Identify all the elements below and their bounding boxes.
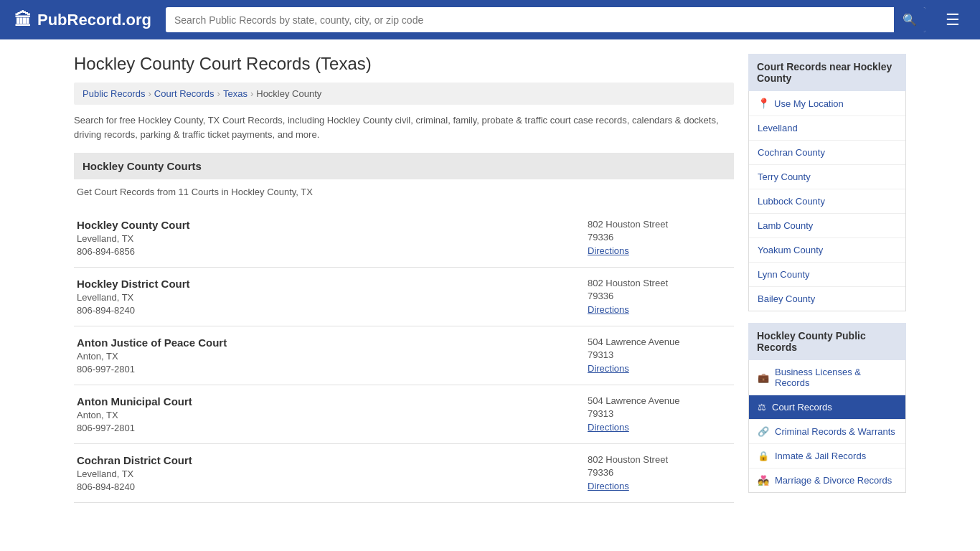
pub-record-icon: 💼 <box>758 372 769 383</box>
nearby-title: Court Records near Hockley County <box>748 54 906 91</box>
breadcrumb-sep-2: › <box>217 88 220 99</box>
directions-link[interactable]: Directions <box>588 481 629 491</box>
nearby-county-link[interactable]: Lamb County <box>758 220 813 231</box>
address-street: 802 Houston Street <box>588 219 731 230</box>
court-phone: 806-894-8240 <box>77 305 190 316</box>
court-entry: Hockley District Court Levelland, TX 806… <box>74 268 734 326</box>
pub-record-link[interactable]: Court Records <box>772 402 832 413</box>
search-button[interactable]: 🔍 <box>894 7 925 32</box>
public-record-item[interactable]: 🔒Inmate & Jail Records <box>749 444 905 468</box>
menu-button[interactable]: ☰ <box>940 8 966 32</box>
nearby-county-item[interactable]: Terry County <box>749 165 905 189</box>
breadcrumb-sep-3: › <box>250 88 253 99</box>
directions-link[interactable]: Directions <box>588 304 629 315</box>
breadcrumb-sep-1: › <box>148 88 151 99</box>
public-records-items: 💼Business Licenses & Records⚖Court Recor… <box>749 360 905 492</box>
page-title: Hockley County Court Records (Texas) <box>74 54 734 74</box>
court-name: Hockley County Court <box>77 219 190 231</box>
court-phone: 806-997-2801 <box>77 364 227 375</box>
address-zip: 79336 <box>588 232 731 242</box>
court-address: 802 Houston Street 79336 Directions <box>588 278 731 316</box>
nearby-county-item[interactable]: Lamb County <box>749 214 905 238</box>
court-phone: 806-894-6856 <box>77 246 190 257</box>
courts-list: Hockley County Court Levelland, TX 806-8… <box>74 209 734 503</box>
pub-record-icon: 🔒 <box>758 451 769 461</box>
breadcrumb-texas[interactable]: Texas <box>223 88 248 99</box>
nearby-county-link[interactable]: Yoakum County <box>758 245 823 255</box>
address-street: 802 Houston Street <box>588 454 731 465</box>
pub-record-icon: 💑 <box>758 475 769 486</box>
public-records-title: Hockley County Public Records <box>748 323 906 360</box>
court-location: Anton, TX <box>77 410 192 420</box>
directions-link[interactable]: Directions <box>588 363 629 374</box>
search-bar: 🔍 <box>166 7 925 32</box>
pub-record-icon: 🔗 <box>758 426 769 437</box>
address-zip: 79336 <box>588 291 731 301</box>
address-zip: 79313 <box>588 408 731 419</box>
court-location: Levelland, TX <box>77 468 192 479</box>
nearby-county-link[interactable]: Levelland <box>758 123 798 133</box>
pub-record-link[interactable]: Business Licenses & Records <box>775 367 897 388</box>
breadcrumb-hockley: Hockley County <box>256 88 321 99</box>
directions-link[interactable]: Directions <box>588 422 629 433</box>
court-address: 802 Houston Street 79336 Directions <box>588 454 731 492</box>
address-street: 802 Houston Street <box>588 278 731 288</box>
court-info: Hockley County Court Levelland, TX 806-8… <box>77 219 190 257</box>
address-street: 504 Lawrence Avenue <box>588 336 731 347</box>
search-input[interactable] <box>166 9 894 32</box>
court-name: Hockley District Court <box>77 278 190 290</box>
court-address: 802 Houston Street 79336 Directions <box>588 219 731 257</box>
hamburger-icon: ☰ <box>946 11 960 29</box>
public-records-list: 💼Business Licenses & Records⚖Court Recor… <box>748 360 906 493</box>
main-container: Hockley County Court Records (Texas) Pub… <box>60 39 920 517</box>
site-header: 🏛 PubRecord.org 🔍 ☰ <box>0 0 980 39</box>
nearby-county-item[interactable]: Lubbock County <box>749 189 905 214</box>
court-phone: 806-997-2801 <box>77 423 192 433</box>
nearby-county-item[interactable]: Yoakum County <box>749 238 905 263</box>
breadcrumb-public-records[interactable]: Public Records <box>83 88 145 99</box>
directions-link[interactable]: Directions <box>588 245 629 256</box>
content-area: Hockley County Court Records (Texas) Pub… <box>74 54 734 503</box>
nearby-county-item[interactable]: Bailey County <box>749 287 905 311</box>
logo-text: PubRecord.org <box>37 11 151 29</box>
nearby-county-link[interactable]: Lynn County <box>758 269 810 280</box>
pub-record-icon: ⚖ <box>758 402 766 413</box>
public-record-item[interactable]: 💑Marriage & Divorce Records <box>749 468 905 492</box>
breadcrumb-court-records[interactable]: Court Records <box>154 88 215 99</box>
pub-record-link[interactable]: Inmate & Jail Records <box>775 451 866 461</box>
address-zip: 79336 <box>588 467 731 478</box>
court-location: Anton, TX <box>77 351 227 362</box>
court-entry: Cochran District Court Levelland, TX 806… <box>74 444 734 503</box>
address-street: 504 Lawrence Avenue <box>588 395 731 406</box>
use-location-item[interactable]: 📍 Use My Location <box>749 91 905 116</box>
sidebar: Court Records near Hockley County 📍 Use … <box>748 54 906 503</box>
logo-icon: 🏛 <box>14 10 32 30</box>
public-record-item[interactable]: ⚖Court Records <box>749 395 905 420</box>
court-location: Levelland, TX <box>77 233 190 244</box>
court-info: Anton Justice of Peace Court Anton, TX 8… <box>77 336 227 375</box>
public-record-item[interactable]: 🔗Criminal Records & Warrants <box>749 420 905 444</box>
pub-record-link[interactable]: Criminal Records & Warrants <box>775 426 895 437</box>
court-name: Cochran District Court <box>77 454 192 466</box>
address-zip: 79313 <box>588 349 731 360</box>
nearby-county-link[interactable]: Terry County <box>758 171 811 182</box>
page-description: Search for free Hockley County, TX Court… <box>74 113 734 141</box>
use-location-link[interactable]: Use My Location <box>774 98 844 109</box>
court-name: Anton Justice of Peace Court <box>77 336 227 349</box>
nearby-county-link[interactable]: Cochran County <box>758 147 825 158</box>
nearby-county-item[interactable]: Levelland <box>749 116 905 141</box>
nearby-county-item[interactable]: Cochran County <box>749 141 905 165</box>
public-record-item[interactable]: 💼Business Licenses & Records <box>749 360 905 395</box>
section-header: Hockley County Courts <box>74 153 734 179</box>
court-address: 504 Lawrence Avenue 79313 Directions <box>588 336 731 375</box>
nearby-county-item[interactable]: Lynn County <box>749 263 905 287</box>
court-name: Anton Municipal Court <box>77 395 192 408</box>
pub-record-link[interactable]: Marriage & Divorce Records <box>775 475 892 486</box>
location-icon: 📍 <box>758 98 770 109</box>
section-subtext: Get Court Records from 11 Courts in Hock… <box>74 187 734 197</box>
court-entry: Anton Justice of Peace Court Anton, TX 8… <box>74 326 734 385</box>
nearby-county-link[interactable]: Lubbock County <box>758 196 825 207</box>
nearby-counties-container: LevellandCochran CountyTerry CountyLubbo… <box>749 116 905 311</box>
site-logo[interactable]: 🏛 PubRecord.org <box>14 10 151 30</box>
nearby-county-link[interactable]: Bailey County <box>758 293 815 304</box>
